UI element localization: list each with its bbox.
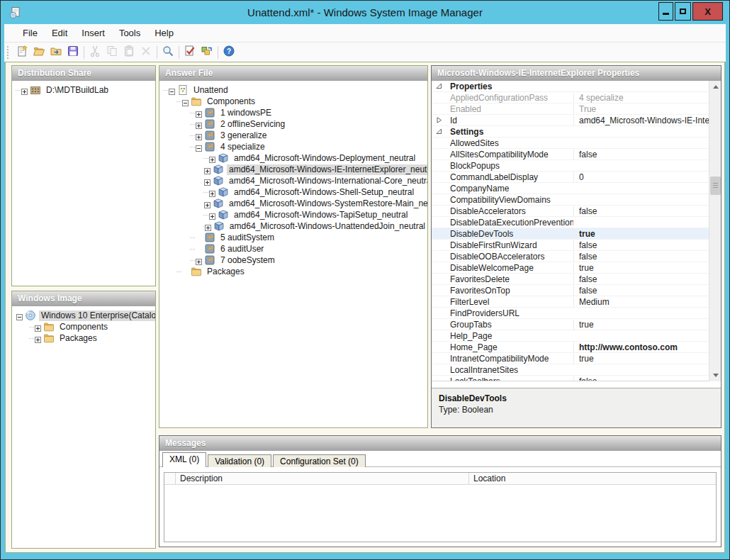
tree-item-packages[interactable]: Packages xyxy=(12,332,155,344)
grid-row-findprovidersurl[interactable]: FindProvidersURL xyxy=(432,308,721,319)
property-value[interactable]: true xyxy=(573,229,721,239)
find-button[interactable] xyxy=(159,44,176,61)
property-value[interactable]: 0 xyxy=(573,172,721,182)
grid-row-filterlevel[interactable]: FilterLevelMedium xyxy=(432,296,721,308)
tree-item-components[interactable]: Components xyxy=(12,321,155,332)
messages-col-description[interactable]: Description xyxy=(176,473,469,484)
grid-category-settings[interactable]: Settings xyxy=(432,126,721,138)
property-value[interactable]: true xyxy=(573,354,721,364)
grid-row-disabledevtools[interactable]: DisableDevToolstrue xyxy=(432,228,721,240)
tree-item-amd64-microsoft-windows-unattendedjoin-neu[interactable]: amd64_Microsoft-Windows-UnattendedJoin_n… xyxy=(159,220,427,232)
property-value[interactable]: false xyxy=(573,286,721,296)
tab-configuration-set-0[interactable]: Configuration Set (0) xyxy=(273,454,366,467)
tree-expander-plus[interactable] xyxy=(35,324,41,330)
scrollbar-down-button[interactable] xyxy=(709,369,721,381)
tree-expander-plus[interactable] xyxy=(204,201,210,207)
menu-item-help[interactable]: Help xyxy=(147,26,181,40)
tab-xml-0[interactable]: XML (0) xyxy=(162,452,206,467)
save-button[interactable] xyxy=(64,44,82,61)
tree-expander-plus[interactable] xyxy=(209,189,215,196)
tree-item-7-oobesystem[interactable]: 7 oobeSystem xyxy=(159,254,427,266)
help-button[interactable]: ? xyxy=(220,44,237,61)
menu-item-edit[interactable]: Edit xyxy=(45,26,74,40)
grid-row-companyname[interactable]: CompanyName xyxy=(432,183,721,194)
toolbar-gripper[interactable] xyxy=(7,46,11,59)
tree-expander-plus[interactable] xyxy=(204,167,210,173)
scrollbar-up-button[interactable] xyxy=(709,81,721,93)
create-config-set-button[interactable] xyxy=(198,44,215,61)
property-value[interactable]: http://www.contoso.com xyxy=(573,342,721,352)
property-value[interactable]: true xyxy=(573,320,721,330)
menu-item-file[interactable]: File xyxy=(16,26,45,40)
messages-col-location[interactable]: Location xyxy=(469,473,716,484)
grid-expander-open[interactable] xyxy=(432,83,446,89)
tree-item-windows-10-enterprise-catalog[interactable]: Windows 10 Enterprise(Catalog) xyxy=(12,310,155,321)
tree-expander-minus[interactable] xyxy=(169,87,175,94)
close-button[interactable]: X xyxy=(692,2,723,21)
tree-expander-plus[interactable] xyxy=(209,155,215,162)
grid-row-locktoolbars[interactable]: LockToolbarsfalse xyxy=(432,376,721,381)
tree-item-4-specialize[interactable]: 4 specialize xyxy=(159,141,427,152)
tree-item-amd64-microsoft-windows-deployment-neutral[interactable]: amd64_Microsoft-Windows-Deployment_neutr… xyxy=(159,152,427,164)
property-value[interactable]: false xyxy=(573,376,721,382)
menu-item-insert[interactable]: Insert xyxy=(74,26,112,40)
grid-row-id[interactable]: Idamd64_Microsoft-Windows-IE-InternetExp… xyxy=(432,115,721,126)
tree-expander-plus[interactable] xyxy=(196,121,202,128)
grid-row-home-page[interactable]: Home_Pagehttp://www.contoso.com xyxy=(432,342,721,353)
property-value[interactable]: false xyxy=(573,240,721,250)
scrollbar-thumb[interactable] xyxy=(710,177,721,195)
tree-expander-minus[interactable] xyxy=(16,313,23,319)
tree-expander-plus[interactable] xyxy=(196,257,202,264)
new-answer-file-button[interactable] xyxy=(13,44,30,61)
grid-row-intranetcompatibilitymode[interactable]: IntranetCompatibilityModetrue xyxy=(432,353,721,364)
tree-expander-plus[interactable] xyxy=(35,335,41,342)
grid-expander-open[interactable] xyxy=(432,128,446,135)
tab-validation-0[interactable]: Validation (0) xyxy=(208,454,271,467)
property-value[interactable]: True xyxy=(573,104,721,114)
grid-row-localintranetsites[interactable]: LocalIntranetSites xyxy=(432,364,721,376)
import-package-button[interactable] xyxy=(47,44,64,61)
grid-row-enabled[interactable]: EnabledTrue xyxy=(432,103,721,115)
tree-item-amd64-microsoft-windows-ie-internetexplore[interactable]: amd64_Microsoft-Windows-IE-InternetExplo… xyxy=(159,164,427,175)
property-value[interactable]: false xyxy=(573,150,721,159)
grid-row-disablewelcomepage[interactable]: DisableWelcomePagetrue xyxy=(432,262,721,274)
grid-expander-closed[interactable] xyxy=(432,117,446,123)
property-grid-scrollbar[interactable] xyxy=(709,81,721,381)
property-value[interactable]: false xyxy=(573,252,721,262)
property-value[interactable]: true xyxy=(573,263,721,273)
tree-item-amd64-microsoft-windows-international-core[interactable]: amd64_Microsoft-Windows-International-Co… xyxy=(159,175,427,186)
tree-item-amd64-microsoft-windows-systemrestore-main[interactable]: amd64_Microsoft-Windows-SystemRestore-Ma… xyxy=(159,198,427,209)
minimize-button[interactable] xyxy=(658,2,673,21)
grid-row-commandlabeldisplay[interactable]: CommandLabelDisplay0 xyxy=(432,172,721,183)
grid-row-help-page[interactable]: Help_Page xyxy=(432,330,721,342)
tree-item-d-mdtbuildlab[interactable]: D:\MDTBuildLab xyxy=(12,84,155,96)
tree-item-5-auditsystem[interactable]: 5 auditSystem xyxy=(159,232,427,243)
property-value[interactable]: Medium xyxy=(573,297,721,307)
tree-item-unattend[interactable]: Unattend xyxy=(159,84,427,96)
tree-item-6-audituser[interactable]: 6 auditUser xyxy=(159,243,427,254)
tree-item-3-generalize[interactable]: 3 generalize xyxy=(159,130,427,141)
tree-item-amd64-microsoft-windows-shell-setup-neutra[interactable]: amd64_Microsoft-Windows-Shell-Setup_neut… xyxy=(159,186,427,198)
grid-row-disableaccelerators[interactable]: DisableAcceleratorsfalse xyxy=(432,206,721,217)
grid-row-allsitescompatibilitymode[interactable]: AllSitesCompatibilityModefalse xyxy=(432,149,721,160)
grid-row-disablefirstrunwizard[interactable]: DisableFirstRunWizardfalse xyxy=(432,240,721,251)
grid-row-grouptabs[interactable]: GroupTabstrue xyxy=(432,319,721,330)
messages-col-icon[interactable] xyxy=(164,473,176,484)
property-value[interactable]: amd64_Microsoft-Windows-IE-InternetExplo… xyxy=(573,116,721,125)
grid-row-disableoobaccelerators[interactable]: DisableOOBAcceleratorsfalse xyxy=(432,251,721,262)
grid-row-compatibilityviewdomains[interactable]: CompatibilityViewDomains xyxy=(432,194,721,206)
title-bar[interactable]: Unattend.xml* - Windows System Image Man… xyxy=(1,1,729,24)
tree-expander-plus[interactable] xyxy=(21,87,28,94)
tree-item-1-windowspe[interactable]: 1 windowsPE xyxy=(159,107,427,118)
menu-item-tools[interactable]: Tools xyxy=(112,26,147,40)
grid-category-properties[interactable]: Properties xyxy=(432,81,721,92)
grid-row-allowedsites[interactable]: AllowedSites xyxy=(432,138,721,149)
grid-row-blockpopups[interactable]: BlockPopups xyxy=(432,160,721,172)
grid-row-favoritesontop[interactable]: FavoritesOnTopfalse xyxy=(432,285,721,296)
maximize-button[interactable] xyxy=(675,2,691,21)
property-value[interactable]: false xyxy=(573,274,721,284)
tree-expander-plus[interactable] xyxy=(209,212,215,218)
property-value[interactable]: 4 specialize xyxy=(573,93,721,103)
tree-expander-plus[interactable] xyxy=(196,110,202,116)
grid-row-disabledataexecutionprevention[interactable]: DisableDataExecutionPrevention xyxy=(432,217,721,228)
